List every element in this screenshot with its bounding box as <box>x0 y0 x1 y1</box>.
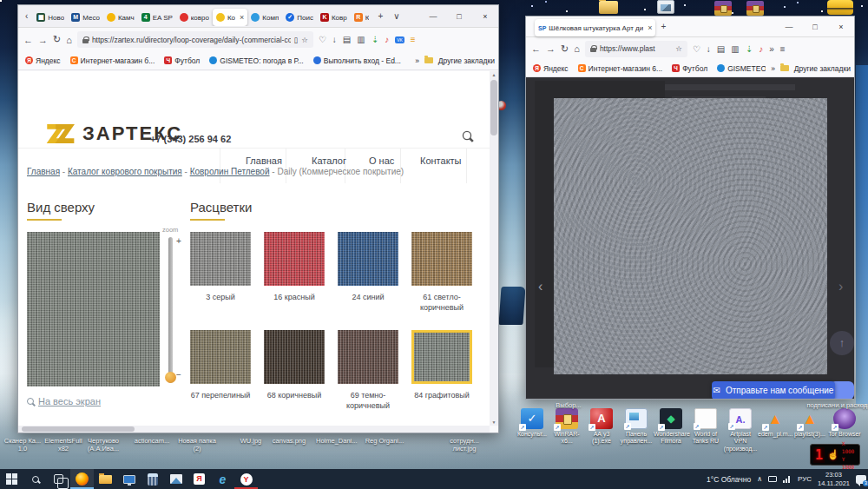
tab-list-button[interactable]: ∨ <box>388 11 404 21</box>
page-vertical-scrollbar[interactable]: ▲ ▼ <box>490 71 498 426</box>
video-downloader-ext-icon[interactable]: ⇣ <box>372 35 378 44</box>
zoom-slider-track[interactable] <box>168 237 173 383</box>
breadcrumb-link-3[interactable]: Ковролин Петлевой <box>190 167 270 176</box>
network-icon[interactable] <box>783 476 792 483</box>
taskbar-button-ybrowser[interactable]: Y <box>234 469 258 489</box>
taskbar-button-calc[interactable] <box>141 469 164 489</box>
music-ext-icon[interactable]: ♪ <box>385 35 389 44</box>
bookmark-item[interactable]: СИнтернет-магазин б... <box>70 56 155 65</box>
carousel-next-icon[interactable]: › <box>838 279 843 294</box>
clock[interactable]: 23:03 14.11.2021 <box>818 471 850 488</box>
swatch-image[interactable] <box>338 330 398 384</box>
chat-widget-button[interactable]: ✉ Отправьте нам сообщение <box>712 381 835 399</box>
maximize-button[interactable]: □ <box>446 12 472 21</box>
pocket-icon-right[interactable]: ♡ <box>693 44 700 54</box>
home-button[interactable]: ⌂ <box>66 35 72 45</box>
zoom-out-control[interactable]: − <box>176 370 181 380</box>
bookmark-item[interactable]: ЧФутбол <box>164 56 200 65</box>
carpet-preview-image[interactable] <box>27 232 160 387</box>
close-button-right[interactable]: × <box>828 23 854 31</box>
downloads-icon-right[interactable]: ↓ <box>707 44 711 54</box>
desktop-icon-red-a[interactable]: АА у3 (1).exe <box>584 408 619 446</box>
desktop-label-fragment[interactable]: Сканер Ка... 1.0 <box>3 437 43 453</box>
browser-tab-8[interactable]: ✓Поис <box>282 9 317 26</box>
desktop-icon-vlc[interactable]: edem_pl.m... <box>758 408 792 438</box>
library-icon[interactable]: ▤ <box>343 35 351 44</box>
breadcrumb-link-2[interactable]: Каталог коврового покрытия <box>68 167 182 176</box>
menu-icon[interactable]: ≡ <box>780 44 786 54</box>
desktop-icon-consult[interactable]: Консульт... <box>515 408 549 438</box>
url-text[interactable]: https://zartex.ru/directory/loop-coverag… <box>92 36 291 44</box>
nav-link-4[interactable]: Контакты <box>420 155 462 166</box>
bookmark-star-icon[interactable]: ☆ <box>301 36 308 44</box>
taskbar-button-search[interactable] <box>23 469 47 489</box>
tab-close-icon[interactable]: × <box>648 23 652 32</box>
browser-tab-6[interactable]: Ко× <box>213 9 247 26</box>
sidebar-icon[interactable]: ▥ <box>357 35 365 44</box>
swatch-image[interactable] <box>411 330 472 384</box>
bookmark-star-icon-right[interactable]: ☆ <box>675 44 682 53</box>
browser-tab-1[interactable]: ▦Ново <box>33 9 68 26</box>
desktop-winrar-archive-icon-2[interactable] <box>746 1 764 16</box>
reader-mode-icon[interactable]: ▯ <box>294 36 299 44</box>
browser-tab-4[interactable]: 4EA SP <box>138 9 176 26</box>
notification-center-icon[interactable]: 3 <box>856 475 866 484</box>
swatch-image[interactable] <box>264 330 325 384</box>
forward-button-right[interactable]: → <box>546 43 556 54</box>
taskbar-button-pc[interactable] <box>117 469 141 489</box>
tab-scroll-left-icon[interactable]: ‹ <box>20 11 33 21</box>
desktop-label-fragment[interactable]: Выбор... <box>549 401 589 409</box>
nav-link-3[interactable]: О нас <box>369 155 394 166</box>
desktop-label-fragment[interactable]: Reg Organi... <box>365 437 404 445</box>
pocket-icon[interactable]: ♡ <box>319 35 326 44</box>
new-tab-button-right[interactable]: + <box>655 22 671 31</box>
desktop-yellow-app-icon[interactable] <box>827 0 853 15</box>
swatch-image[interactable] <box>411 232 472 286</box>
video-downloader-ext-icon-right[interactable]: ⇣ <box>746 44 753 54</box>
desktop-winrar-archive-icon[interactable] <box>714 1 732 16</box>
home-button-right[interactable]: ⌂ <box>574 43 580 54</box>
back-button[interactable]: ← <box>23 35 33 45</box>
url-text-right[interactable]: https://www.plast <box>600 44 672 53</box>
desktop-label-fragment[interactable]: Чертуково (А.А.Ива... <box>83 437 123 453</box>
swatch-image[interactable] <box>338 232 398 286</box>
scroll-top-circle-button[interactable]: ↑ <box>830 331 854 355</box>
desktop-label-fragment[interactable]: canvas.png <box>269 437 309 445</box>
taskbar-button-ie[interactable]: e <box>211 469 234 489</box>
zoom-in-control[interactable]: + <box>176 236 181 246</box>
music-ext-icon-right[interactable]: ♪ <box>759 44 763 54</box>
plaster-texture-image[interactable] <box>554 98 827 374</box>
tab-close-icon[interactable]: × <box>240 13 244 22</box>
taskbar-button-photos[interactable] <box>164 469 187 489</box>
desktop-label-fragment[interactable]: Holme_Dani... <box>316 437 356 445</box>
carousel-prev-icon[interactable]: ‹ <box>538 279 542 294</box>
browser-tab-10[interactable]: RК <box>351 9 373 26</box>
scrollbar-up-icon[interactable]: ▲ <box>490 72 498 77</box>
bookmarks-overflow-icon-right[interactable]: » <box>771 64 775 73</box>
taskbar-button-yandex[interactable]: Я <box>187 469 211 489</box>
fullscreen-link-label[interactable]: На весь экран <box>38 396 101 406</box>
other-bookmarks-label-right[interactable]: Другие закладки <box>794 64 851 73</box>
lines-ext-icon[interactable]: ≡ <box>411 35 416 44</box>
breadcrumb-link-1[interactable]: Главная <box>27 167 60 176</box>
desktop-icon-filmora[interactable]: Wondershare Filmora <box>654 408 688 446</box>
taskbar-button-taskview[interactable] <box>47 469 70 489</box>
library-icon-right[interactable]: ▤ <box>717 44 725 54</box>
browser-tab-2[interactable]: MМесо <box>68 9 103 26</box>
nav-link-2[interactable]: Каталог <box>312 155 346 166</box>
close-button[interactable]: × <box>472 12 498 21</box>
desktop-label-fragment[interactable]: actioncam... <box>132 437 172 445</box>
hidden-icons-chevron[interactable]: ∧ <box>757 475 762 483</box>
weather-widget[interactable]: 1°C Облачно <box>707 475 751 484</box>
swatch-image[interactable] <box>190 330 251 384</box>
desktop-icon-artplast[interactable]: Artplast VPN (производ... <box>723 408 758 453</box>
back-button-right[interactable]: ← <box>531 43 541 54</box>
browser-tab-9[interactable]: KКовр <box>317 9 351 26</box>
desktop-photo-icon[interactable] <box>657 0 674 14</box>
downloads-icon[interactable]: ↓ <box>332 35 337 44</box>
desktop-label-fragment[interactable]: ElementsFull x82 <box>43 437 83 453</box>
browser-tab-plaster[interactable]: SP Шёлковая штукатурка Арт ди × <box>535 19 655 36</box>
minimize-button[interactable]: — <box>420 12 446 21</box>
desktop-label-fragment[interactable]: и расход... <box>837 401 868 409</box>
swatch-image[interactable] <box>190 232 251 286</box>
